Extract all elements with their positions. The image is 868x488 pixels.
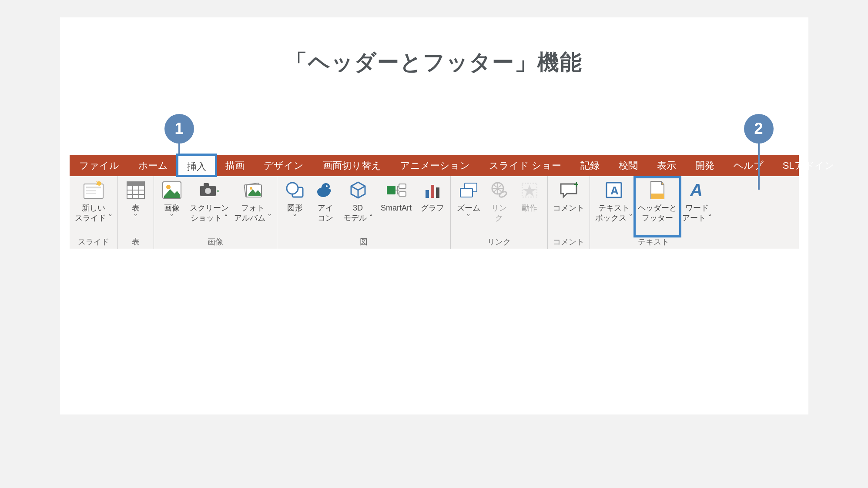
tab-design[interactable]: デザイン bbox=[254, 155, 313, 176]
comment-label: コメント bbox=[553, 203, 584, 213]
screenshot-button[interactable]: + スクリーン ショット ˅ bbox=[187, 178, 231, 236]
callout-2-badge: 2 bbox=[744, 114, 774, 144]
zoom-icon bbox=[458, 180, 479, 201]
icons-button[interactable]: アイ コン bbox=[310, 178, 341, 236]
svg-rect-1 bbox=[86, 187, 101, 188]
tab-file[interactable]: ファイル bbox=[70, 155, 129, 176]
shapes-icon bbox=[285, 180, 305, 201]
header-footer-button[interactable]: ヘッダーと フッター bbox=[635, 178, 680, 236]
tab-home[interactable]: ホーム bbox=[129, 155, 178, 176]
group-comments: + コメント コメント bbox=[548, 176, 590, 249]
svg-point-12 bbox=[166, 185, 171, 189]
duck-icon bbox=[315, 180, 336, 201]
svg-rect-25 bbox=[399, 192, 406, 196]
slide-title: 「ヘッダーとフッター」機能 bbox=[60, 48, 808, 77]
group-tables-label: 表 bbox=[121, 236, 151, 249]
textbox-button[interactable]: A テキスト ボックス ˅ bbox=[593, 178, 635, 236]
wordart-icon: A bbox=[687, 180, 707, 201]
chart-icon bbox=[422, 180, 443, 201]
svg-rect-6 bbox=[127, 182, 144, 186]
table-label: 表 ˅ bbox=[132, 203, 140, 223]
zoom-button[interactable]: ズーム ˅ bbox=[453, 178, 484, 236]
slide-canvas: 「ヘッダーとフッター」機能 ファイル ホーム 挿入 描画 デザイン 画面切り替え… bbox=[60, 17, 808, 414]
action-button[interactable]: 動作 bbox=[514, 178, 545, 236]
table-icon bbox=[125, 180, 146, 201]
tab-view[interactable]: 表示 bbox=[647, 155, 686, 176]
tab-insert[interactable]: 挿入 bbox=[178, 155, 216, 176]
picture-icon bbox=[161, 180, 182, 201]
wordart-button[interactable]: A ワード アート ˅ bbox=[680, 178, 714, 236]
group-slides-label: スライド bbox=[72, 236, 115, 249]
svg-text:+: + bbox=[574, 181, 578, 189]
svg-rect-26 bbox=[426, 190, 429, 198]
textbox-label: テキスト ボックス ˅ bbox=[595, 203, 633, 223]
tab-sladdin[interactable]: SLアドイン bbox=[773, 155, 844, 176]
table-button[interactable]: 表 ˅ bbox=[121, 178, 151, 236]
svg-rect-28 bbox=[436, 187, 439, 198]
link-label: リン ク bbox=[491, 203, 507, 223]
group-images: 画像 ˅ + スクリーン ショット ˅ フォト アルバム ˅ bbox=[154, 176, 277, 249]
link-button[interactable]: リン ク bbox=[484, 178, 514, 236]
shapes-label: 図形 ˅ bbox=[287, 203, 303, 223]
svg-point-15 bbox=[205, 188, 211, 194]
group-images-label: 画像 bbox=[157, 236, 274, 249]
tab-slideshow[interactable]: スライド ショー bbox=[479, 155, 571, 176]
ribbon-body: 新しい スライド ˅ スライド 表 ˅ 表 bbox=[70, 176, 799, 249]
svg-rect-27 bbox=[431, 185, 434, 198]
action-label: 動作 bbox=[522, 203, 537, 213]
svg-text:+: + bbox=[217, 186, 219, 197]
cube-icon bbox=[348, 180, 369, 201]
tab-review[interactable]: 校閲 bbox=[609, 155, 647, 176]
group-illustrations: 図形 ˅ アイ コン 3D モデル ˅ bbox=[277, 176, 451, 249]
svg-rect-24 bbox=[399, 184, 406, 188]
comment-icon: + bbox=[558, 180, 579, 201]
tab-transition[interactable]: 画面切り替え bbox=[313, 155, 391, 176]
chart-label: グラフ bbox=[421, 203, 444, 213]
header-footer-icon bbox=[647, 180, 668, 201]
model3d-button[interactable]: 3D モデル ˅ bbox=[341, 178, 375, 236]
svg-rect-23 bbox=[387, 186, 395, 194]
ribbon: ファイル ホーム 挿入 描画 デザイン 画面切り替え アニメーション スライド … bbox=[70, 155, 799, 249]
screenshot-label: スクリーン ショット ˅ bbox=[190, 203, 229, 223]
group-text-label: テキスト bbox=[593, 236, 714, 249]
tab-developer[interactable]: 開発 bbox=[686, 155, 724, 176]
svg-point-21 bbox=[287, 183, 298, 194]
smartart-button[interactable]: SmartArt bbox=[375, 178, 417, 236]
textbox-icon: A bbox=[603, 180, 624, 201]
svg-text:A: A bbox=[690, 181, 703, 199]
picture-button[interactable]: 画像 ˅ bbox=[157, 178, 187, 236]
tab-record[interactable]: 記録 bbox=[571, 155, 609, 176]
svg-point-4 bbox=[97, 181, 101, 186]
group-tables: 表 ˅ 表 bbox=[118, 176, 154, 249]
tab-draw[interactable]: 描画 bbox=[216, 155, 254, 176]
photo-album-button[interactable]: フォト アルバム ˅ bbox=[231, 178, 274, 236]
tab-animation[interactable]: アニメーション bbox=[391, 155, 479, 176]
model3d-label: 3D モデル ˅ bbox=[343, 203, 373, 223]
group-comments-label: コメント bbox=[550, 236, 587, 249]
group-links: ズーム ˅ リン ク 動作 リンク bbox=[451, 176, 548, 249]
svg-point-32 bbox=[498, 191, 507, 198]
comment-button[interactable]: + コメント bbox=[550, 178, 587, 236]
new-slide-button[interactable]: 新しい スライド ˅ bbox=[72, 178, 115, 236]
callout-1-badge: 1 bbox=[164, 114, 194, 144]
svg-rect-37 bbox=[651, 194, 664, 199]
wordart-label: ワード アート ˅ bbox=[682, 203, 712, 223]
new-slide-icon bbox=[83, 180, 104, 201]
svg-rect-2 bbox=[86, 190, 96, 191]
svg-rect-30 bbox=[460, 188, 473, 197]
globe-link-icon bbox=[489, 180, 509, 201]
chart-button[interactable]: グラフ bbox=[417, 178, 448, 236]
ribbon-tabs: ファイル ホーム 挿入 描画 デザイン 画面切り替え アニメーション スライド … bbox=[70, 155, 799, 176]
photo-album-label: フォト アルバム ˅ bbox=[234, 203, 271, 223]
icons-label: アイ コン bbox=[318, 203, 333, 223]
shapes-button[interactable]: 図形 ˅ bbox=[280, 178, 310, 236]
header-footer-label: ヘッダーと フッター bbox=[638, 203, 677, 223]
svg-text:A: A bbox=[610, 184, 619, 197]
group-illustrations-label: 図 bbox=[280, 236, 448, 249]
new-slide-label: 新しい スライド ˅ bbox=[75, 203, 112, 223]
group-text: A テキスト ボックス ˅ ヘッダーと フッター A bbox=[590, 176, 717, 249]
group-links-label: リンク bbox=[453, 236, 545, 249]
tab-help[interactable]: ヘルプ bbox=[724, 155, 773, 176]
album-icon bbox=[242, 180, 263, 201]
group-slides: 新しい スライド ˅ スライド bbox=[70, 176, 118, 249]
